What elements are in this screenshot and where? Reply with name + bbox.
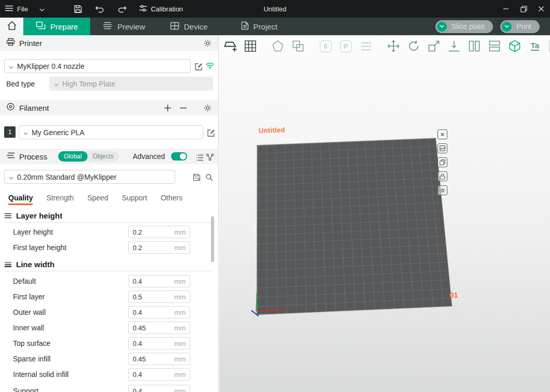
assembly-list-icon[interactable] bbox=[358, 39, 374, 53]
chevron-down-icon bbox=[9, 62, 13, 70]
edit-filament-icon[interactable] bbox=[206, 128, 216, 137]
process-tab-support[interactable]: Support bbox=[122, 191, 147, 205]
line-width-icon bbox=[4, 260, 12, 269]
process-tab-speed[interactable]: Speed bbox=[87, 191, 108, 205]
sidebar: Printer MyKlipper 0.4 nozzle Bed type Hi… bbox=[0, 35, 219, 392]
arrange-plate-button[interactable] bbox=[438, 157, 447, 167]
printer-icon bbox=[6, 38, 15, 48]
lay-on-face-icon[interactable] bbox=[446, 39, 462, 53]
project-icon bbox=[241, 21, 249, 32]
delete-plate-button[interactable]: × bbox=[438, 129, 447, 139]
redo-button[interactable] bbox=[115, 2, 129, 16]
first-layer-height-input[interactable]: 0.2 mm bbox=[128, 241, 190, 254]
calibration-button[interactable]: Calibration bbox=[139, 0, 183, 18]
sparse-infill-input[interactable]: 0.45 mm bbox=[128, 353, 190, 365]
filament-preset-select[interactable]: My Generic PLA bbox=[19, 125, 203, 139]
home-button[interactable] bbox=[0, 18, 23, 35]
tab-device[interactable]: Device bbox=[158, 18, 220, 35]
line-width-default-input[interactable]: 0.4 mm bbox=[128, 275, 190, 287]
scale-icon[interactable] bbox=[426, 39, 442, 53]
assembly-0-icon[interactable]: 0 bbox=[318, 39, 333, 53]
paint-support-icon[interactable] bbox=[507, 39, 523, 53]
outer-wall-value: 0.4 bbox=[133, 309, 142, 316]
auto-orient-icon[interactable] bbox=[270, 39, 286, 53]
process-tab-bar: Quality Strength Speed Support Others bbox=[0, 191, 218, 205]
titlebar: File Calibration Untitled bbox=[0, 0, 550, 18]
slice-options-dropdown[interactable] bbox=[437, 22, 447, 32]
layer-height-input[interactable]: 0.2 mm bbox=[128, 226, 190, 238]
line-width-default-value: 0.4 bbox=[133, 278, 142, 285]
plate-button-column: × bbox=[438, 129, 447, 195]
process-tab-others[interactable]: Others bbox=[161, 191, 182, 205]
compare-presets-icon[interactable] bbox=[205, 152, 215, 162]
search-icon[interactable] bbox=[204, 172, 214, 182]
add-text-icon[interactable]: Ta bbox=[527, 39, 543, 53]
process-preset-select[interactable]: 0.20mm Standard @MyKlipper bbox=[4, 170, 175, 184]
assembly-p-icon[interactable]: P bbox=[338, 39, 354, 53]
internal-solid-infill-input[interactable]: 0.4 mm bbox=[128, 368, 190, 381]
support-line-width-input[interactable]: 0.4 mm bbox=[128, 385, 190, 392]
save-project-button[interactable] bbox=[72, 2, 85, 16]
advanced-toggle[interactable] bbox=[171, 152, 187, 161]
slice-plate-button[interactable]: Slice plate bbox=[435, 20, 493, 33]
inner-wall-unit: mm bbox=[174, 324, 186, 332]
remove-filament-icon[interactable] bbox=[178, 103, 188, 112]
tab-project[interactable]: Project bbox=[229, 18, 290, 35]
process-preset-value: 0.20mm Standard @MyKlipper bbox=[17, 173, 117, 181]
tab-prepare[interactable]: Prepare bbox=[23, 18, 90, 35]
application-window: File Calibration Untitled Prepare Previe… bbox=[0, 0, 550, 392]
wifi-icon[interactable] bbox=[205, 61, 215, 70]
sidebar-scrollbar[interactable] bbox=[211, 216, 214, 262]
save-preset-icon[interactable] bbox=[192, 172, 201, 182]
plate-settings-button[interactable] bbox=[438, 185, 447, 195]
filament-preset-value: My Generic PLA bbox=[32, 128, 84, 137]
add-plate-icon[interactable] bbox=[222, 39, 238, 53]
lock-plate-button[interactable] bbox=[438, 171, 447, 181]
viewport-3d[interactable]: 0 P Ta Untitled 01 × bbox=[219, 35, 550, 392]
printer-section-header: Printer bbox=[0, 35, 218, 51]
print-button[interactable]: Print bbox=[500, 20, 540, 33]
printer-preset-select[interactable]: MyKlipper 0.4 nozzle bbox=[4, 59, 191, 73]
plate-number-label: 01 bbox=[449, 291, 458, 299]
undo-button[interactable] bbox=[93, 2, 107, 16]
edit-printer-icon[interactable] bbox=[194, 62, 203, 71]
build-plate[interactable] bbox=[257, 138, 453, 315]
arrange-all-icon[interactable] bbox=[243, 39, 258, 53]
orient-plate-button[interactable] bbox=[438, 143, 447, 153]
top-surface-input[interactable]: 0.4 mm bbox=[128, 337, 190, 350]
layer-height-label: Layer height bbox=[13, 228, 53, 236]
split-to-objects-icon[interactable] bbox=[467, 39, 482, 53]
scope-objects-option[interactable]: Objects bbox=[88, 151, 119, 162]
setting-row: Top surface 0.4 mm bbox=[0, 337, 218, 351]
close-button[interactable] bbox=[532, 0, 550, 18]
rotate-icon[interactable] bbox=[406, 39, 421, 53]
first-layer-height-value: 0.2 bbox=[133, 244, 142, 252]
process-scope-toggle[interactable]: Global Objects bbox=[58, 151, 119, 162]
layer-height-group-header: Layer height bbox=[4, 209, 211, 223]
maximize-button[interactable] bbox=[515, 0, 532, 18]
print-options-dropdown[interactable] bbox=[502, 22, 512, 32]
tab-device-label: Device bbox=[184, 22, 208, 31]
preset-list-icon[interactable] bbox=[195, 153, 204, 162]
file-menu-button[interactable]: File bbox=[0, 0, 51, 18]
inner-wall-input[interactable]: 0.45 mm bbox=[128, 322, 190, 334]
move-icon[interactable] bbox=[386, 39, 401, 53]
outer-wall-input[interactable]: 0.4 mm bbox=[128, 306, 190, 318]
line-width-first-layer-input[interactable]: 0.5 mm bbox=[128, 291, 190, 303]
minimize-button[interactable] bbox=[497, 0, 515, 18]
tab-preview[interactable]: Preview bbox=[90, 18, 157, 35]
inner-wall-value: 0.45 bbox=[133, 324, 146, 332]
process-tab-strength[interactable]: Strength bbox=[46, 191, 74, 205]
add-filament-icon[interactable] bbox=[163, 103, 172, 112]
support-line-width-label: Support bbox=[13, 387, 38, 392]
bed-type-select[interactable]: High Temp Plate bbox=[49, 77, 213, 91]
scope-global-option[interactable]: Global bbox=[58, 151, 88, 162]
merge-objects-icon[interactable] bbox=[290, 39, 306, 53]
chevron-down-icon bbox=[39, 5, 45, 13]
setting-row: First layer 0.5 mm bbox=[0, 290, 218, 304]
filament-settings-gear-icon[interactable] bbox=[203, 103, 212, 112]
printer-settings-gear-icon[interactable] bbox=[203, 38, 212, 48]
calibration-icon bbox=[139, 4, 147, 14]
split-to-parts-icon[interactable] bbox=[487, 39, 502, 53]
process-tab-quality[interactable]: Quality bbox=[8, 191, 33, 205]
